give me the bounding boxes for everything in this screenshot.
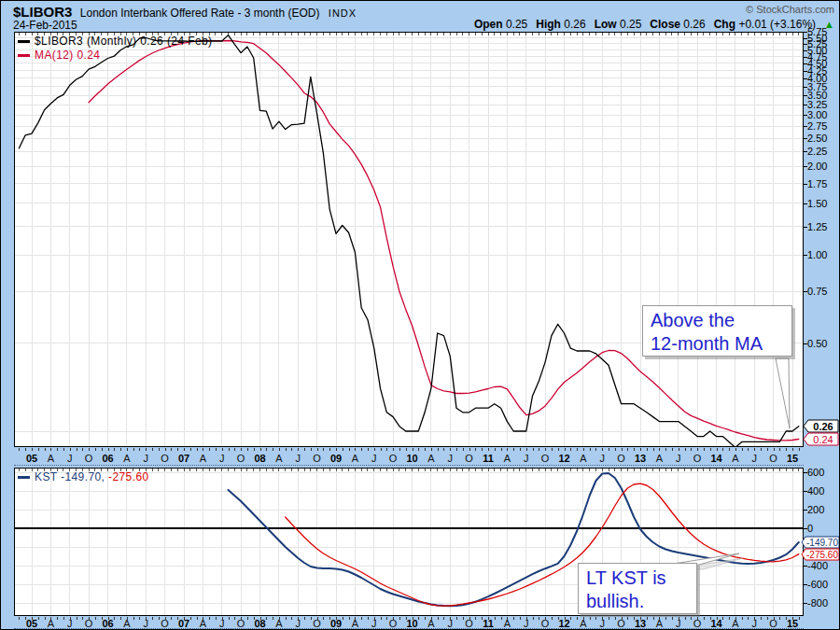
- chart-date: 24-Feb-2015: [13, 19, 77, 32]
- x-axis-month-label: J: [296, 618, 301, 629]
- x-axis-tickmark: [691, 617, 692, 620]
- legend-text: -275.60: [105, 470, 148, 483]
- x-axis-month-label: J: [752, 618, 758, 629]
- x-axis-month-label: J: [144, 618, 149, 629]
- x-axis-tickmark: [634, 448, 635, 451]
- x-axis-month-label: O: [541, 453, 550, 464]
- annotation-line: 12-month MA: [651, 332, 784, 356]
- main-price-panel: [14, 32, 804, 447]
- x-axis-tickmark: [729, 448, 730, 451]
- x-axis-tickmark: [742, 448, 743, 451]
- x-axis-month-label: A: [275, 453, 282, 464]
- x-axis-tickmark: [152, 617, 153, 620]
- x-axis-month-label: O: [313, 453, 321, 464]
- x-axis-tickmark: [311, 617, 312, 620]
- x-axis-month-label: J: [371, 618, 377, 629]
- x-axis-tickmark: [165, 448, 166, 451]
- legend-text: MA(12) 0.24: [35, 49, 100, 62]
- x-axis-tickmark: [507, 448, 508, 451]
- x-axis-tickmark: [139, 617, 140, 620]
- x-axis-month-label: J: [144, 453, 149, 464]
- x-axis-tickmark: [77, 448, 77, 451]
- x-axis-tickmark: [279, 448, 280, 451]
- x-axis-tickmark: [558, 448, 559, 451]
- x-axis-year-label: 15: [787, 618, 798, 629]
- x-axis-tickmark: [647, 448, 648, 451]
- x-axis-tickmark: [45, 448, 46, 451]
- annotation-line: bullish.: [586, 590, 689, 613]
- legend-entry: $LIBOR3 (Monthly) 0.26 (24 Feb): [18, 35, 212, 49]
- x-axis-tickmark: [159, 448, 160, 451]
- x-axis-month-label: O: [237, 453, 245, 464]
- x-axis-tickmark: [57, 617, 58, 620]
- x-axis-tickmark: [266, 617, 267, 620]
- x-axis-month-label: J: [448, 618, 454, 629]
- x-axis-tickmark: [190, 448, 191, 451]
- x-axis-year-label: 13: [635, 453, 646, 464]
- quote-field-label: High: [536, 18, 564, 31]
- x-axis-tickmark: [513, 448, 514, 451]
- x-axis-year-label: 07: [178, 618, 189, 629]
- x-axis-tickmark: [672, 617, 673, 620]
- kst-signal-tag-text: -275.60: [806, 550, 838, 560]
- x-axis-tickmark: [767, 617, 768, 620]
- x-axis-tickmark: [552, 448, 553, 451]
- vertical-gridlines: [32, 33, 792, 446]
- x-axis-tickmark: [539, 617, 539, 620]
- y-axis-label: 0: [807, 523, 813, 534]
- x-axis-tickmark: [513, 617, 514, 620]
- x-axis-tickmark: [438, 617, 439, 620]
- y-axis-label: 3.00: [807, 109, 827, 120]
- quote-field-label: Low: [595, 18, 620, 31]
- x-axis-tickmark: [570, 617, 571, 620]
- x-axis-month-label: O: [465, 453, 473, 464]
- x-axis-month-label: J: [67, 453, 73, 464]
- x-axis-tickmark: [19, 448, 20, 451]
- y-axis-label: 1.50: [807, 198, 827, 209]
- x-axis-tickmark: [761, 448, 762, 451]
- x-axis-tickmark: [679, 448, 679, 451]
- y-axis-label: -400: [807, 560, 828, 571]
- x-axis-tickmark: [697, 448, 698, 451]
- x-axis-month-label: A: [48, 453, 54, 464]
- x-axis-tickmark: [399, 448, 400, 451]
- x-axis-tickmark: [463, 617, 464, 620]
- main-plot-border: [15, 33, 804, 447]
- x-axis-tickmark: [89, 448, 90, 451]
- x-axis-month-label: A: [427, 453, 434, 464]
- x-axis-month-label: O: [769, 453, 777, 464]
- x-axis-tickmark: [685, 448, 686, 451]
- x-axis-tickmark: [577, 617, 578, 620]
- legend-swatch: [18, 54, 30, 57]
- x-axis-tickmark: [45, 617, 46, 620]
- x-axis-tickmark: [57, 448, 58, 451]
- x-axis-month-label: A: [123, 618, 130, 629]
- x-axis-tickmark: [234, 448, 235, 451]
- quote-field-value: 0.25: [620, 18, 641, 31]
- x-axis-tickmark: [443, 617, 444, 620]
- x-axis-tickmark: [704, 617, 705, 620]
- x-axis-tickmark: [323, 617, 324, 620]
- x-axis-tickmark: [317, 448, 318, 451]
- x-axis-month-label: O: [465, 618, 473, 629]
- x-axis-tickmark: [469, 448, 470, 451]
- y-axis-label: 1.00: [807, 249, 827, 260]
- x-axis-tickmark: [159, 617, 160, 620]
- quote-field-label: Close: [650, 18, 683, 31]
- x-axis-tickmark: [717, 448, 718, 451]
- x-axis-month-label: O: [617, 618, 625, 629]
- x-axis-tickmark: [209, 448, 210, 451]
- x-axis-tickmark: [222, 448, 223, 451]
- y-axis-label: 2.75: [807, 120, 827, 132]
- x-axis-tickmark: [665, 448, 666, 451]
- x-axis-tickmark: [456, 617, 457, 620]
- x-axis-month-label: O: [85, 618, 93, 629]
- x-axis-tickmark: [393, 448, 394, 451]
- x-axis-tickmark: [722, 617, 723, 620]
- x-axis-year-label: 07: [178, 453, 189, 464]
- x-axis-tickmark: [406, 448, 407, 451]
- x-axis-tickmark: [438, 448, 439, 451]
- x-axis-year-label: 12: [558, 618, 569, 629]
- x-axis-tickmark: [792, 448, 793, 451]
- x-axis-tickmark: [95, 448, 96, 451]
